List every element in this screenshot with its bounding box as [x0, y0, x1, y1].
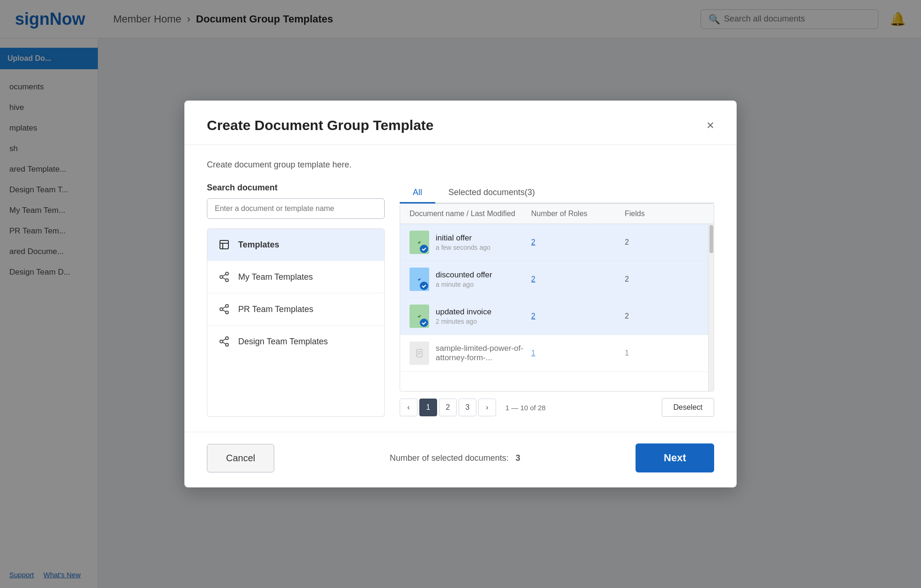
selected-count: Number of selected documents: 3 — [390, 453, 520, 463]
col-scroll — [690, 210, 704, 218]
doc-name-2: discounted offer — [436, 270, 492, 280]
check-badge-2 — [420, 282, 428, 290]
document-search-input[interactable] — [215, 204, 377, 213]
doc-thumb-3 — [409, 305, 429, 328]
table-row[interactable]: discounted offer a minute ago 2 2 — [400, 261, 714, 298]
nav-item-pr-team[interactable]: PR Team Templates — [207, 293, 384, 326]
nav-item-templates-label: Templates — [238, 240, 279, 250]
svg-line-7 — [223, 275, 226, 276]
search-input-wrap[interactable] — [207, 198, 385, 219]
doc-info-3: updated invoice 2 minutes ago — [409, 305, 531, 328]
share-icon-1 — [218, 270, 231, 283]
col-fields: Fields — [625, 210, 690, 218]
table-body: initial offer a few seconds ago 2 2 — [400, 224, 714, 391]
doc-name-1: initial offer — [436, 233, 490, 243]
svg-point-8 — [226, 305, 228, 307]
svg-line-6 — [223, 278, 226, 280]
doc-details-1: initial offer a few seconds ago — [436, 233, 490, 251]
svg-point-5 — [226, 279, 228, 282]
check-badge-1 — [420, 245, 428, 253]
svg-line-11 — [223, 310, 226, 312]
doc-time-3: 2 minutes ago — [436, 318, 491, 325]
right-panel: All Selected documents(3) Document name … — [400, 183, 714, 417]
deselect-button[interactable]: Deselect — [662, 398, 714, 417]
doc-info-1: initial offer a few seconds ago — [409, 231, 531, 254]
modal: Create Document Group Template × Create … — [184, 101, 737, 487]
tabs: All Selected documents(3) — [400, 183, 714, 203]
doc-details-2: discounted offer a minute ago — [436, 270, 492, 288]
document-table: Document name / Last Modified Number of … — [400, 203, 714, 392]
doc-thumb-1 — [409, 231, 429, 254]
svg-point-9 — [220, 308, 223, 311]
pagination-prev[interactable]: ‹ — [400, 399, 417, 416]
doc-fields-4: 1 — [625, 349, 690, 357]
modal-overlay: Create Document Group Template × Create … — [0, 0, 921, 588]
svg-point-14 — [220, 340, 223, 343]
left-panel: Search document — [207, 183, 385, 417]
doc-roles-1[interactable]: 2 — [531, 238, 625, 247]
doc-name-4: sample-limited-power-of-attorney-form-..… — [436, 344, 531, 363]
modal-subtitle: Create document group template here. — [207, 160, 714, 170]
svg-line-16 — [223, 342, 226, 344]
svg-line-17 — [223, 339, 226, 341]
scroll-thumb — [709, 225, 713, 253]
table-row[interactable]: initial offer a few seconds ago 2 2 — [400, 224, 714, 261]
cancel-button[interactable]: Cancel — [207, 444, 274, 472]
svg-point-4 — [220, 276, 223, 278]
svg-line-12 — [223, 307, 226, 309]
doc-time-1: a few seconds ago — [436, 244, 490, 251]
page-info: 1 — 10 of 28 — [505, 404, 662, 412]
share-icon-2 — [218, 303, 231, 316]
doc-fields-1: 2 — [625, 238, 690, 247]
doc-thumb-4 — [409, 341, 429, 365]
modal-footer: Cancel Number of selected documents: 3 N… — [184, 432, 737, 487]
doc-fields-3: 2 — [625, 312, 690, 320]
scrollbar[interactable] — [708, 224, 714, 391]
table-header: Document name / Last Modified Number of … — [400, 204, 714, 224]
modal-close-button[interactable]: × — [707, 119, 714, 132]
col-roles: Number of Roles — [531, 210, 625, 218]
share-icon-3 — [218, 335, 231, 348]
doc-roles-2[interactable]: 2 — [531, 275, 625, 283]
nav-item-design-team[interactable]: Design Team Templates — [207, 326, 384, 357]
next-button[interactable]: Next — [636, 443, 714, 472]
nav-item-templates[interactable]: Templates — [207, 229, 384, 261]
table-row[interactable]: updated invoice 2 minutes ago 2 2 — [400, 298, 714, 335]
nav-item-my-team-label: My Team Templates — [238, 272, 313, 282]
check-badge-3 — [420, 319, 428, 327]
modal-header: Create Document Group Template × — [184, 101, 737, 145]
nav-item-design-team-label: Design Team Templates — [238, 337, 328, 347]
svg-rect-0 — [220, 240, 228, 249]
modal-content-row: Search document — [207, 183, 714, 417]
svg-point-15 — [226, 343, 228, 346]
doc-details-3: updated invoice 2 minutes ago — [436, 307, 491, 325]
doc-info-4: sample-limited-power-of-attorney-form-..… — [409, 341, 531, 365]
col-doc-name: Document name / Last Modified — [409, 210, 531, 218]
svg-point-13 — [226, 337, 228, 340]
doc-details-4: sample-limited-power-of-attorney-form-..… — [436, 344, 531, 363]
modal-body: Create document group template here. Sea… — [184, 145, 737, 432]
search-label: Search document — [207, 183, 385, 193]
doc-info-2: discounted offer a minute ago — [409, 268, 531, 291]
doc-roles-4[interactable]: 1 — [531, 349, 625, 357]
template-icon — [218, 238, 231, 251]
doc-roles-3[interactable]: 2 — [531, 312, 625, 320]
table-row[interactable]: sample-limited-power-of-attorney-form-..… — [400, 335, 714, 372]
svg-point-3 — [226, 272, 228, 275]
doc-fields-2: 2 — [625, 275, 690, 283]
pagination-row: ‹ 1 2 3 › 1 — 10 of 28 Deselect — [400, 392, 714, 417]
nav-item-my-team[interactable]: My Team Templates — [207, 261, 384, 293]
pagination-page-3[interactable]: 3 — [459, 399, 476, 416]
doc-thumb-2 — [409, 268, 429, 291]
pagination-page-2[interactable]: 2 — [439, 399, 457, 416]
nav-list: Templates — [207, 228, 385, 417]
doc-name-3: updated invoice — [436, 307, 491, 317]
doc-time-2: a minute ago — [436, 281, 492, 288]
tab-all[interactable]: All — [400, 183, 435, 203]
tab-selected[interactable]: Selected documents(3) — [435, 183, 548, 203]
svg-point-10 — [226, 311, 228, 314]
pagination-next[interactable]: › — [478, 399, 496, 416]
modal-title: Create Document Group Template — [207, 117, 434, 133]
pagination-page-1[interactable]: 1 — [419, 399, 437, 416]
nav-item-pr-team-label: PR Team Templates — [238, 305, 313, 314]
